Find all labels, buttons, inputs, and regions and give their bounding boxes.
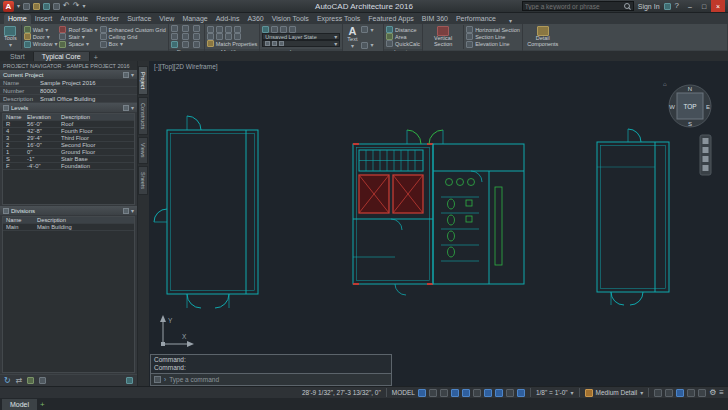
mirror-icon[interactable] [234, 26, 241, 33]
open-icon[interactable] [33, 3, 40, 10]
ribbon-tab-annotate[interactable]: Annotate [56, 14, 92, 24]
viewport-controls[interactable]: [-][Top][2D Wireframe] [154, 63, 218, 70]
gear-icon[interactable]: ⚙ [709, 389, 716, 397]
section-collapse-icon[interactable]: ▾ [131, 208, 134, 214]
maximize-button[interactable]: □ [697, 0, 711, 12]
level-row-2[interactable]: 216'-0"Second Floor [3, 142, 134, 149]
tab-views[interactable]: Views [138, 137, 148, 164]
isolate-objects-icon[interactable] [698, 389, 706, 397]
new-drawing-tab-button[interactable]: + [90, 54, 102, 61]
layer-properties-icon[interactable] [262, 26, 269, 33]
ribbon-tab-manage[interactable]: Manage [178, 14, 211, 24]
command-input-row[interactable]: › Type a command [150, 374, 392, 386]
line-icon[interactable] [171, 25, 178, 32]
drawing-area[interactable]: Y X ⌂ TOP N S W E [149, 61, 728, 386]
file-tab-typical-core[interactable]: Typical Core [34, 52, 90, 61]
save-icon[interactable] [43, 3, 50, 10]
compass-south[interactable]: S [688, 121, 692, 127]
workspace-switching-icon[interactable] [676, 389, 684, 397]
help-icon[interactable]: ? [675, 2, 679, 10]
ceiling-grid-button[interactable]: Ceiling Grid [100, 33, 166, 40]
elevation-line-button[interactable]: Elevation Line [466, 41, 520, 48]
qat-caret-icon[interactable]: ▾ [82, 3, 85, 9]
enhanced-custom-grid-button[interactable]: Enhanced Custom Grid [100, 26, 166, 33]
circle-icon[interactable] [193, 25, 200, 32]
levels-list[interactable]: Name Elevation Description R56'-0"Roof 4… [2, 113, 135, 205]
close-button[interactable]: × [711, 0, 725, 12]
hatch-icon[interactable] [171, 41, 178, 48]
project-browser-icon[interactable] [126, 377, 133, 384]
undo-icon[interactable]: ↶ [63, 2, 70, 10]
steering-wheel-icon[interactable] [703, 165, 709, 171]
cut-plane-icon[interactable] [585, 389, 593, 397]
autoscale-icon[interactable] [665, 389, 673, 397]
navigation-bar[interactable] [700, 135, 711, 175]
layout-tab-model[interactable]: Model [2, 399, 37, 410]
ribbon-tab-addins[interactable]: Add-ins [212, 14, 244, 24]
ortho-icon[interactable] [451, 389, 459, 397]
ribbon-tab-performance[interactable]: Performance [452, 14, 500, 24]
vertical-section-button[interactable]: Vertical Section [425, 25, 461, 49]
palette-title[interactable]: PROJECT NAVIGATOR - SAMPLE PROJECT 2016 [0, 61, 137, 70]
annotation-visibility-icon[interactable] [654, 389, 662, 397]
ribbon-tab-vision-tools[interactable]: Vision Tools [268, 14, 313, 24]
copy-icon[interactable] [216, 26, 223, 33]
edit-levels-icon[interactable] [123, 105, 129, 111]
section-line-button[interactable]: Section Line [466, 33, 520, 40]
horizontal-section-button[interactable]: Horizontal Section [466, 26, 520, 33]
repath-project-icon[interactable]: ↻ [4, 377, 11, 385]
new-layout-button[interactable]: + [40, 400, 45, 409]
detail-components-button[interactable]: Detail Components [525, 25, 561, 49]
divisions-list[interactable]: Name Description Main Main Building [2, 216, 135, 373]
a360-icon[interactable] [664, 3, 671, 10]
search-icon[interactable] [623, 2, 631, 10]
space-button[interactable]: Space▾ [59, 41, 97, 48]
lineweight-icon[interactable] [506, 389, 514, 397]
erase-icon[interactable] [234, 33, 241, 40]
arc-icon[interactable] [171, 33, 178, 40]
polar-tracking-icon[interactable] [462, 389, 470, 397]
level-row-4[interactable]: 442'-8"Fourth Floor [3, 128, 134, 135]
rectangle-icon[interactable] [182, 33, 189, 40]
layer-freeze-icon[interactable] [289, 26, 296, 33]
layer-isolate-icon[interactable] [280, 26, 287, 33]
grid-icon[interactable] [418, 389, 426, 397]
spline-icon[interactable] [182, 41, 189, 48]
ribbon-tab-render[interactable]: Render [92, 14, 123, 24]
dimension-icon[interactable] [361, 26, 368, 33]
point-icon[interactable] [193, 41, 200, 48]
section-collapse-icon[interactable]: ▾ [131, 72, 134, 78]
dynamic-input-icon[interactable] [517, 389, 525, 397]
display-configuration[interactable]: Medium Detail [596, 389, 638, 396]
project-properties-icon[interactable] [123, 72, 129, 78]
ribbon-tab-view[interactable]: View [155, 14, 178, 24]
ribbon-tab-surface[interactable]: Surface [123, 14, 155, 24]
compass-east[interactable]: E [706, 104, 710, 110]
zoom-icon[interactable] [703, 147, 709, 153]
customize-command-icon[interactable] [154, 376, 161, 383]
etransmit-icon[interactable] [27, 377, 34, 384]
tab-project[interactable]: Project [138, 66, 148, 95]
match-properties-button[interactable]: Match Properties [207, 40, 258, 47]
coordinates-display[interactable]: 28'-9 1/32", 27'-3 13/32", 0" [302, 389, 381, 396]
level-row-s[interactable]: S-1"Stair Base [3, 156, 134, 163]
object-snap-icon[interactable] [484, 389, 492, 397]
layer-dropdown[interactable]: ▾ [262, 40, 340, 47]
pan-icon[interactable] [703, 138, 709, 144]
wall-button[interactable]: Wall▾ [24, 26, 58, 33]
view-cube[interactable]: ⌂ TOP N S W E [663, 81, 711, 127]
ribbon-tab-home[interactable]: Home [4, 14, 31, 24]
window-button[interactable]: Window▾ [24, 41, 58, 48]
model-space-toggle[interactable]: MODEL [392, 389, 415, 396]
division-row-main[interactable]: Main Main Building [3, 224, 134, 231]
quickcalc-button[interactable]: QuickCalc [386, 40, 420, 47]
polyline-icon[interactable] [182, 25, 189, 32]
level-row-1[interactable]: 10"Ground Floor [3, 149, 134, 156]
plot-icon[interactable] [53, 3, 60, 10]
compass-west[interactable]: W [669, 104, 675, 110]
tab-constructs[interactable]: Constructs [138, 97, 148, 135]
tools-button[interactable]: Tools ▾ [2, 25, 19, 49]
layer-off-icon[interactable] [271, 26, 278, 33]
redo-icon[interactable]: ↷ [73, 2, 80, 10]
annotation-scale[interactable]: 1/8" = 1'-0" [536, 389, 568, 396]
